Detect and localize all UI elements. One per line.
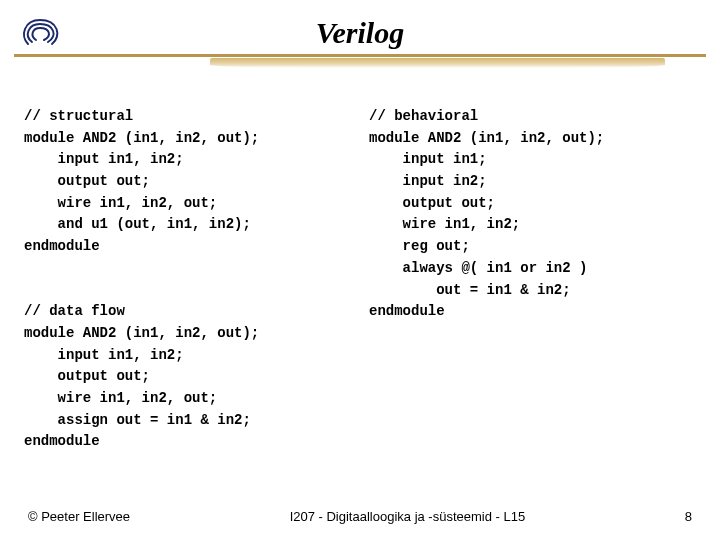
content-columns: // structural module AND2 (in1, in2, out… xyxy=(0,78,720,453)
left-column: // structural module AND2 (in1, in2, out… xyxy=(24,106,351,453)
footer: © Peeter Ellervee I207 - Digitaalloogika… xyxy=(0,509,720,524)
title-underline xyxy=(0,54,720,78)
code-behavioral: // behavioral module AND2 (in1, in2, out… xyxy=(369,108,604,319)
right-column: // behavioral module AND2 (in1, in2, out… xyxy=(351,106,696,453)
page-title: Verilog xyxy=(0,0,720,50)
code-dataflow: // data flow module AND2 (in1, in2, out)… xyxy=(24,303,259,449)
footer-page-number: 8 xyxy=(685,509,692,524)
footer-author: © Peeter Ellervee xyxy=(28,509,130,524)
footer-course: I207 - Digitaalloogika ja -süsteemid - L… xyxy=(130,509,685,524)
code-structural: // structural module AND2 (in1, in2, out… xyxy=(24,108,259,254)
swirl-logo xyxy=(18,14,66,54)
